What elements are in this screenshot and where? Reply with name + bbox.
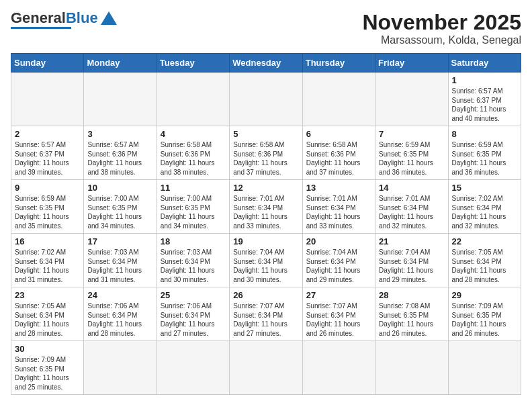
day-info: Sunrise: 7:01 AM Sunset: 6:34 PM Dayligh… bbox=[379, 194, 444, 230]
day-number: 16 bbox=[15, 236, 80, 246]
day-info: Sunrise: 6:57 AM Sunset: 6:37 PM Dayligh… bbox=[452, 87, 517, 123]
day-number: 15 bbox=[452, 183, 517, 193]
day-info: Sunrise: 7:02 AM Sunset: 6:34 PM Dayligh… bbox=[15, 248, 80, 284]
day-number: 14 bbox=[379, 183, 444, 193]
calendar-cell bbox=[375, 341, 448, 395]
day-number: 9 bbox=[15, 183, 80, 193]
calendar-cell bbox=[375, 73, 448, 126]
day-number: 3 bbox=[87, 129, 152, 139]
calendar-cell: 26Sunrise: 7:07 AM Sunset: 6:34 PM Dayli… bbox=[230, 287, 302, 341]
weekday-header: Wednesday bbox=[230, 54, 302, 73]
calendar-cell bbox=[157, 73, 229, 126]
calendar-cell: 27Sunrise: 7:07 AM Sunset: 6:34 PM Dayli… bbox=[302, 287, 375, 341]
calendar-cell: 6Sunrise: 6:58 AM Sunset: 6:36 PM Daylig… bbox=[302, 126, 375, 180]
day-info: Sunrise: 6:58 AM Sunset: 6:36 PM Dayligh… bbox=[161, 140, 226, 177]
logo: GeneralBlue bbox=[11, 11, 117, 29]
day-info: Sunrise: 7:06 AM Sunset: 6:34 PM Dayligh… bbox=[87, 302, 152, 338]
calendar-cell: 11Sunrise: 7:00 AM Sunset: 6:35 PM Dayli… bbox=[157, 180, 229, 234]
day-info: Sunrise: 7:03 AM Sunset: 6:34 PM Dayligh… bbox=[87, 248, 152, 284]
weekday-header: Saturday bbox=[448, 54, 521, 73]
day-info: Sunrise: 7:07 AM Sunset: 6:34 PM Dayligh… bbox=[233, 302, 298, 338]
day-number: 18 bbox=[161, 236, 226, 246]
day-info: Sunrise: 6:57 AM Sunset: 6:37 PM Dayligh… bbox=[15, 140, 80, 177]
day-info: Sunrise: 7:09 AM Sunset: 6:35 PM Dayligh… bbox=[452, 302, 517, 338]
day-info: Sunrise: 6:58 AM Sunset: 6:36 PM Dayligh… bbox=[306, 140, 371, 177]
calendar-cell: 28Sunrise: 7:08 AM Sunset: 6:35 PM Dayli… bbox=[375, 287, 448, 341]
day-number: 8 bbox=[452, 129, 517, 139]
calendar-cell: 9Sunrise: 6:59 AM Sunset: 6:35 PM Daylig… bbox=[11, 180, 84, 234]
day-number: 19 bbox=[233, 236, 298, 246]
day-info: Sunrise: 6:59 AM Sunset: 6:35 PM Dayligh… bbox=[452, 140, 517, 177]
day-info: Sunrise: 7:01 AM Sunset: 6:34 PM Dayligh… bbox=[233, 194, 298, 230]
day-info: Sunrise: 7:02 AM Sunset: 6:34 PM Dayligh… bbox=[452, 194, 517, 230]
day-number: 7 bbox=[379, 129, 444, 139]
day-info: Sunrise: 7:01 AM Sunset: 6:34 PM Dayligh… bbox=[306, 194, 371, 230]
calendar-cell bbox=[157, 341, 229, 395]
svg-marker-0 bbox=[101, 11, 117, 25]
day-number: 13 bbox=[306, 183, 371, 193]
weekday-header: Monday bbox=[84, 54, 157, 73]
calendar-cell: 29Sunrise: 7:09 AM Sunset: 6:35 PM Dayli… bbox=[448, 287, 521, 341]
calendar-cell: 13Sunrise: 7:01 AM Sunset: 6:34 PM Dayli… bbox=[302, 180, 375, 234]
calendar-table: SundayMondayTuesdayWednesdayThursdayFrid… bbox=[11, 53, 521, 395]
calendar-title: November 2025 bbox=[362, 11, 521, 34]
day-number: 24 bbox=[87, 290, 152, 300]
day-number: 30 bbox=[15, 344, 80, 354]
day-number: 22 bbox=[452, 236, 517, 246]
day-number: 17 bbox=[87, 236, 152, 246]
day-number: 27 bbox=[306, 290, 371, 300]
weekday-header: Tuesday bbox=[157, 54, 229, 73]
day-info: Sunrise: 7:04 AM Sunset: 6:34 PM Dayligh… bbox=[379, 248, 444, 284]
calendar-cell bbox=[84, 341, 157, 395]
day-info: Sunrise: 7:00 AM Sunset: 6:35 PM Dayligh… bbox=[87, 194, 152, 230]
calendar-cell: 10Sunrise: 7:00 AM Sunset: 6:35 PM Dayli… bbox=[84, 180, 157, 234]
day-info: Sunrise: 7:06 AM Sunset: 6:34 PM Dayligh… bbox=[161, 302, 226, 338]
calendar-cell: 25Sunrise: 7:06 AM Sunset: 6:34 PM Dayli… bbox=[157, 287, 229, 341]
day-number: 21 bbox=[379, 236, 444, 246]
day-number: 26 bbox=[233, 290, 298, 300]
calendar-cell: 8Sunrise: 6:59 AM Sunset: 6:35 PM Daylig… bbox=[448, 126, 521, 180]
calendar-cell: 5Sunrise: 6:58 AM Sunset: 6:36 PM Daylig… bbox=[230, 126, 302, 180]
calendar-cell: 15Sunrise: 7:02 AM Sunset: 6:34 PM Dayli… bbox=[448, 180, 521, 234]
calendar-cell: 1Sunrise: 6:57 AM Sunset: 6:37 PM Daylig… bbox=[448, 73, 521, 126]
calendar-cell: 23Sunrise: 7:05 AM Sunset: 6:34 PM Dayli… bbox=[11, 287, 84, 341]
calendar-cell: 19Sunrise: 7:04 AM Sunset: 6:34 PM Dayli… bbox=[230, 234, 302, 287]
calendar-cell bbox=[230, 73, 302, 126]
calendar-cell: 3Sunrise: 6:57 AM Sunset: 6:36 PM Daylig… bbox=[84, 126, 157, 180]
page-header: GeneralBlue November 2025 Marsassoum, Ko… bbox=[11, 11, 521, 46]
calendar-cell bbox=[448, 341, 521, 395]
calendar-cell: 22Sunrise: 7:05 AM Sunset: 6:34 PM Dayli… bbox=[448, 234, 521, 287]
day-info: Sunrise: 6:57 AM Sunset: 6:36 PM Dayligh… bbox=[87, 140, 152, 177]
day-number: 11 bbox=[161, 183, 226, 193]
calendar-title-area: November 2025 Marsassoum, Kolda, Senegal bbox=[362, 11, 521, 46]
calendar-cell: 4Sunrise: 6:58 AM Sunset: 6:36 PM Daylig… bbox=[157, 126, 229, 180]
day-info: Sunrise: 7:08 AM Sunset: 6:35 PM Dayligh… bbox=[379, 302, 444, 338]
day-number: 23 bbox=[15, 290, 80, 300]
day-number: 10 bbox=[87, 183, 152, 193]
day-info: Sunrise: 7:09 AM Sunset: 6:35 PM Dayligh… bbox=[15, 355, 80, 392]
calendar-cell: 18Sunrise: 7:03 AM Sunset: 6:34 PM Dayli… bbox=[157, 234, 229, 287]
calendar-header-row: SundayMondayTuesdayWednesdayThursdayFrid… bbox=[11, 54, 521, 73]
day-number: 20 bbox=[306, 236, 371, 246]
calendar-cell bbox=[84, 73, 157, 126]
weekday-header: Thursday bbox=[302, 54, 375, 73]
calendar-cell: 24Sunrise: 7:06 AM Sunset: 6:34 PM Dayli… bbox=[84, 287, 157, 341]
day-info: Sunrise: 7:05 AM Sunset: 6:34 PM Dayligh… bbox=[15, 302, 80, 338]
calendar-cell: 17Sunrise: 7:03 AM Sunset: 6:34 PM Dayli… bbox=[84, 234, 157, 287]
logo-icon bbox=[101, 11, 117, 25]
calendar-subtitle: Marsassoum, Kolda, Senegal bbox=[362, 34, 521, 46]
calendar-cell: 21Sunrise: 7:04 AM Sunset: 6:34 PM Dayli… bbox=[375, 234, 448, 287]
calendar-cell: 16Sunrise: 7:02 AM Sunset: 6:34 PM Dayli… bbox=[11, 234, 84, 287]
calendar-cell bbox=[11, 73, 84, 126]
day-number: 2 bbox=[15, 129, 80, 139]
day-number: 5 bbox=[233, 129, 298, 139]
calendar-cell: 14Sunrise: 7:01 AM Sunset: 6:34 PM Dayli… bbox=[375, 180, 448, 234]
day-info: Sunrise: 7:04 AM Sunset: 6:34 PM Dayligh… bbox=[306, 248, 371, 284]
day-number: 12 bbox=[233, 183, 298, 193]
calendar-cell bbox=[302, 341, 375, 395]
calendar-cell bbox=[302, 73, 375, 126]
day-info: Sunrise: 7:04 AM Sunset: 6:34 PM Dayligh… bbox=[233, 248, 298, 284]
day-info: Sunrise: 6:58 AM Sunset: 6:36 PM Dayligh… bbox=[233, 140, 298, 177]
day-number: 29 bbox=[452, 290, 517, 300]
weekday-header: Friday bbox=[375, 54, 448, 73]
